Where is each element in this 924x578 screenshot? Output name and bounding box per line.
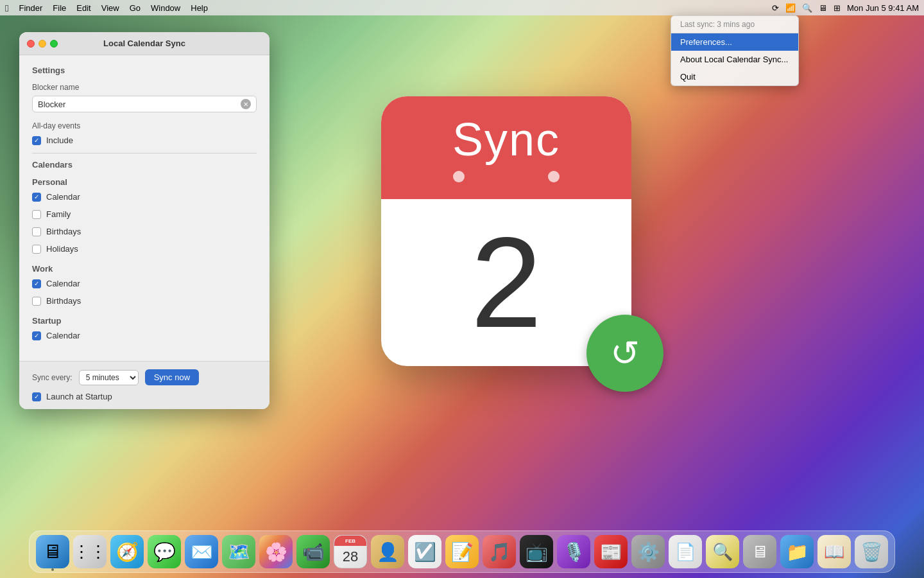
dock-item-safari[interactable]: 🧭 [110,535,144,568]
minimize-button[interactable] [38,40,46,48]
finder-menu[interactable]: Finder [19,3,42,13]
dock-item-news[interactable]: 📰 [594,535,628,568]
file-menu[interactable]: File [53,3,66,13]
textedit-icon: 📄 [675,542,696,562]
dock-item-appletv[interactable]: 📺 [520,535,553,568]
blocker-name-input[interactable] [38,100,241,109]
personal-holidays-label: Holidays [46,244,78,254]
dock-item-calendar[interactable]: FEB 28 [334,535,367,568]
system-prefs-icon: ⚙️ [637,541,660,563]
trash-icon: 🗑️ [860,541,883,563]
photos-icon: 🌸 [265,541,287,563]
preview-icon: 🔍 [712,542,733,562]
dock-item-maps[interactable]: 🗺️ [222,535,255,568]
work-birthdays-row: Birthdays [32,295,257,307]
calendar-dots [453,171,560,182]
personal-calendar-label: Calendar [46,192,80,202]
personal-holidays-row: Holidays [32,243,257,255]
dock-item-contacts[interactable]: 👤 [371,535,404,568]
personal-holidays-checkbox[interactable] [32,245,41,254]
include-checkbox[interactable] [32,136,41,145]
edit-menu[interactable]: Edit [76,3,90,13]
sync-now-button[interactable]: Sync now [145,369,199,385]
calendar-sync-text: Sync [452,113,560,166]
personal-family-checkbox[interactable] [32,210,41,219]
sync-every-label: Sync every: [32,373,73,382]
wifi-icon[interactable]: 📶 [785,3,796,13]
calendar-app-icon: Sync 2 ↺ [381,96,651,417]
launch-startup-checkbox[interactable] [32,392,41,401]
dock-item-launchpad[interactable]: ⋮⋮ [73,535,107,568]
dropdown-last-sync: Last sync: 3 mins ago [671,16,798,33]
startup-label: Startup [32,316,257,326]
files-icon: 📁 [786,541,809,563]
work-calendar-checkbox[interactable] [32,279,41,288]
dock-item-finder[interactable]: 🖥 [36,535,69,568]
bottom-bar: Sync every: 1 minute 2 minutes 5 minutes… [19,361,270,409]
work-birthdays-label: Birthdays [46,296,81,306]
dock-item-mail[interactable]: ✉️ [185,535,218,568]
messages-icon: 💬 [153,541,176,563]
maps-icon: 🗺️ [228,541,250,563]
control-center-icon[interactable]: ⊞ [834,3,841,13]
contacts-icon: 👤 [377,541,399,563]
help-menu[interactable]: Help [191,3,208,13]
fullscreen-button[interactable] [50,40,58,48]
startup-calendar-checkbox[interactable] [32,331,41,340]
dock-item-system-prefs[interactable]: ⚙️ [631,535,665,568]
view-menu[interactable]: View [101,3,119,13]
screen-icon[interactable]: 🖥 [819,3,827,13]
traffic-lights [27,40,58,48]
launchpad-icon: ⋮⋮ [73,542,107,562]
notes-icon: 📝 [451,541,474,563]
menubar-time: Mon Jun 5 9:41 AM [847,3,919,13]
finder-icon: 🖥 [43,541,62,563]
window-menu[interactable]: Window [151,3,180,13]
dock-item-trash[interactable]: 🗑️ [855,535,888,568]
menubar-right: ⟳ 📶 🔍 🖥 ⊞ Mon Jun 5 9:41 AM [772,3,919,13]
dock-item-fontbook[interactable]: 📖 [817,535,851,568]
facetime-icon: 📹 [302,541,325,563]
clear-input-button[interactable]: ✕ [241,99,251,109]
apple-menu[interactable]:  [5,3,8,13]
window-titlebar: Local Calendar Sync [19,32,270,55]
close-button[interactable] [27,40,35,48]
startup-section: Startup Calendar [32,316,257,342]
settings-label: Settings [32,66,257,75]
personal-family-label: Family [46,209,71,219]
fontbook-icon: 📖 [824,542,844,562]
calendars-label: Calendars [32,160,257,170]
personal-calendar-checkbox[interactable] [32,193,41,202]
dock-item-messages[interactable]: 💬 [148,535,181,568]
sync-interval-select[interactable]: 1 minute 2 minutes 5 minutes 10 minutes … [79,370,139,385]
dock-item-textedit[interactable]: 📄 [669,535,702,568]
search-icon[interactable]: 🔍 [802,3,812,13]
dropdown-preferences[interactable]: Preferences... [671,33,798,51]
personal-family-row: Family [32,208,257,220]
work-label: Work [32,264,257,274]
dock-item-photos[interactable]: 🌸 [259,535,293,568]
dock-item-music[interactable]: 🎵 [483,535,516,568]
personal-birthdays-row: Birthdays [32,225,257,238]
work-birthdays-checkbox[interactable] [32,297,41,306]
launch-startup-label: Launch at Startup [46,392,112,401]
dock-item-files[interactable]: 📁 [780,535,814,568]
sync-badge: ↺ [586,315,663,392]
work-calendar-row: Calendar [32,277,257,290]
news-icon: 📰 [600,541,622,563]
settings-window: Local Calendar Sync Settings Blocker nam… [19,32,270,409]
go-menu[interactable]: Go [130,3,141,13]
dock-item-facetime[interactable]: 📹 [296,535,330,568]
dock-item-preview[interactable]: 🔍 [706,535,739,568]
dropdown-quit[interactable]: Quit [671,68,798,85]
dock-item-notes[interactable]: 📝 [445,535,479,568]
blocker-name-field[interactable]: ✕ [32,96,257,112]
dock-item-reminders[interactable]: ☑️ [408,535,441,568]
dock-item-sysinfo[interactable]: 🖥 [743,535,776,568]
personal-label: Personal [32,177,257,187]
safari-icon: 🧭 [116,541,139,563]
dropdown-about[interactable]: About Local Calendar Sync... [671,51,798,68]
dock-item-podcasts[interactable]: 🎙️ [557,535,590,568]
personal-birthdays-checkbox[interactable] [32,227,41,236]
sync-icon[interactable]: ⟳ [772,3,779,13]
